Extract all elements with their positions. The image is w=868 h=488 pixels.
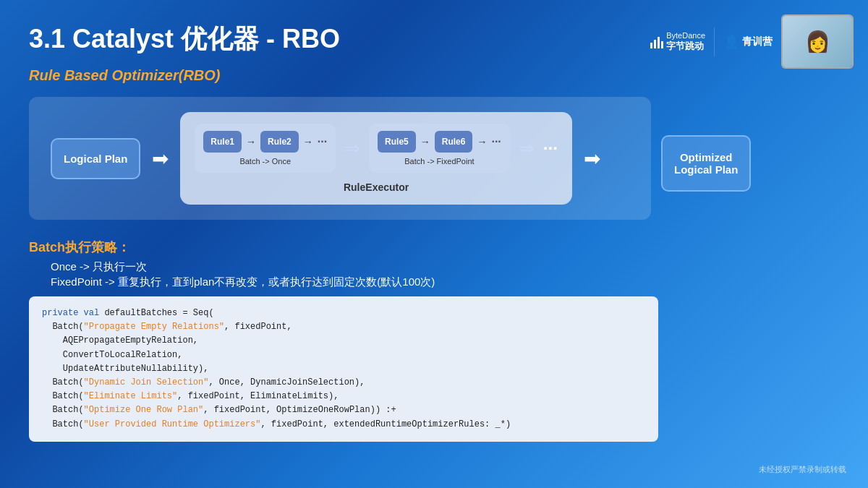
code-line-6: Batch("Dynamic Join Selection", Once, Dy… bbox=[42, 376, 645, 390]
batch2-rules: Rule5 → Rule6 → ··· bbox=[378, 131, 501, 153]
code-line-2: Batch("Propagate Empty Relations", fixed… bbox=[42, 320, 645, 334]
batch2-label: Batch -> FixedPoint bbox=[404, 157, 474, 166]
logo-divider bbox=[714, 27, 715, 56]
rule-arrow-3: → bbox=[420, 136, 430, 147]
camera-face-placeholder: 👩 bbox=[783, 16, 852, 67]
batch-strategy-title: Batch执行策略： bbox=[29, 239, 839, 256]
bytedance-cn: 字节跳动 bbox=[666, 40, 705, 52]
logical-plan-label: Logical Plan bbox=[64, 153, 127, 165]
watermark: 未经授权严禁录制或转载 bbox=[759, 464, 846, 475]
top-right-logos: ByteDance 字节跳动 👤 青训营 👩 bbox=[650, 14, 854, 69]
optimized-plan-label: OptimizedLogical Plan bbox=[674, 151, 738, 176]
strategy-item-once: Once -> 只执行一次 bbox=[51, 260, 839, 274]
code-line-7: Batch("Eliminate Limits", fixedPoint, El… bbox=[42, 390, 645, 403]
subtitle-rbo: Rule Based Optimizer(RBO) bbox=[29, 67, 839, 84]
logical-plan-box: Logical Plan bbox=[51, 138, 140, 179]
batch1-rules: Rule1 → Rule2 → ··· bbox=[203, 131, 327, 153]
hollow-arrow-2: ⇒ bbox=[519, 137, 535, 160]
arrow-to-executor: ➡ bbox=[152, 147, 169, 171]
rule-arrow-1: → bbox=[246, 136, 256, 147]
batch1-label: Batch -> Once bbox=[239, 157, 291, 166]
batch-once-box: Rule1 → Rule2 → ··· Batch -> Once bbox=[195, 124, 336, 173]
rule-arrow-4: → bbox=[477, 136, 487, 147]
bytedance-en: ByteDance bbox=[666, 31, 705, 40]
arrow-to-optimized: ➡ bbox=[584, 147, 600, 171]
bytedance-logo: ByteDance 字节跳动 bbox=[650, 31, 705, 52]
middle-dots: ··· bbox=[543, 138, 558, 158]
bytedance-icon bbox=[650, 35, 663, 48]
rule-batches: Rule1 → Rule2 → ··· Batch -> Once ⇒ bbox=[195, 124, 557, 173]
hollow-arrow-1: ⇒ bbox=[344, 137, 360, 160]
rule1-box: Rule1 bbox=[203, 131, 242, 153]
rule6-box: Rule6 bbox=[435, 131, 473, 153]
training-camp-logo: 👤 青训营 bbox=[723, 34, 773, 50]
rule-executor-label: RuleExecutor bbox=[344, 181, 409, 193]
rule-executor-container: Rule1 → Rule2 → ··· Batch -> Once ⇒ bbox=[180, 112, 571, 205]
code-line-3: AQEPropagateEmptyRelation, bbox=[42, 334, 645, 348]
batch-strategy-section: Batch执行策略： Once -> 只执行一次 FixedPoint -> 重… bbox=[29, 239, 839, 289]
batch-strategy-items: Once -> 只执行一次 FixedPoint -> 重复执行，直到plan不… bbox=[29, 260, 839, 289]
camera-feed: 👩 bbox=[781, 14, 854, 69]
batch-fixedpoint-box: Rule5 → Rule6 → ··· Batch -> FixedPoint bbox=[369, 124, 510, 173]
slide-container: 3.1 Catalyst 优化器 - RBO ByteDance 字节跳动 👤 … bbox=[0, 0, 868, 488]
code-line-8: Batch("Optimize One Row Plan", fixedPoin… bbox=[42, 403, 645, 417]
batch1-dots: ··· bbox=[318, 135, 327, 148]
code-line-1: private val defaultBatches = Seq( bbox=[42, 307, 645, 320]
code-line-9: Batch("User Provided Runtime Optimizers"… bbox=[42, 418, 645, 432]
code-block: private val defaultBatches = Seq( Batch(… bbox=[29, 296, 658, 442]
optimized-plan-box: OptimizedLogical Plan bbox=[661, 135, 751, 192]
strategy-item-fixedpoint: FixedPoint -> 重复执行，直到plan不再改变，或者执行达到固定次数… bbox=[51, 275, 839, 289]
diagram-area: Logical Plan ➡ Rule1 → Rule2 → ··· bbox=[29, 97, 651, 220]
rule-arrow-2: → bbox=[303, 136, 313, 147]
rule5-box: Rule5 bbox=[378, 131, 416, 153]
training-label: 青训营 bbox=[742, 35, 773, 48]
code-line-5: UpdateAttributeNullability), bbox=[42, 362, 645, 376]
code-line-4: ConvertToLocalRelation, bbox=[42, 348, 645, 362]
rule2-box: Rule2 bbox=[260, 131, 299, 153]
batch2-dots: ··· bbox=[491, 135, 501, 148]
